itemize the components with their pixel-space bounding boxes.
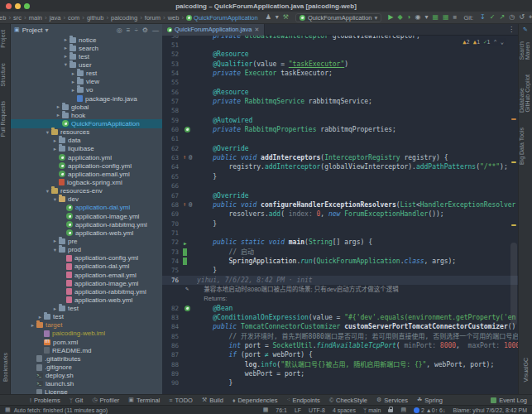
rollback-icon[interactable]: ↺ xyxy=(519,14,525,21)
breadcrumb-item[interactable]: paicoding-web xyxy=(0,14,7,22)
chevron-right-icon[interactable]: ▸ xyxy=(51,238,59,244)
tree-item-target[interactable]: ▸target xyxy=(11,321,162,330)
breadcrumb[interactable]: paicoding-web›src›main›java›com›github›p… xyxy=(0,14,259,22)
status-item[interactable]: ▤ xyxy=(400,407,406,413)
chevron-right-icon[interactable]: ▸ xyxy=(55,112,62,118)
tree-item-application-image-yml[interactable]: application-image.yml xyxy=(11,212,162,220)
run-icon[interactable]: ▶ xyxy=(388,14,393,21)
tree-item-application-config-yml[interactable]: application-config.yml xyxy=(11,161,162,170)
tree-item-readme-md[interactable]: README.md xyxy=(11,346,162,354)
debug-icon[interactable]: ◆ xyxy=(397,14,402,21)
tree-item-application-dal-yml[interactable]: application-dal.yml xyxy=(11,204,162,212)
profiler-icon[interactable]: ◉ xyxy=(415,14,420,21)
code-line-66[interactable]: 66 xyxy=(162,181,518,190)
tree-item-test[interactable]: ▸test xyxy=(11,52,162,60)
code-line-62[interactable]: 62 @Override xyxy=(162,144,518,153)
code-line-65[interactable]: 65 } xyxy=(162,172,518,181)
sidebar-item-structure[interactable]: Structure xyxy=(0,57,6,92)
tree-item-application-rabbitmq-yml[interactable]: application-rabbitmq.yml xyxy=(11,287,162,296)
sidebar-item-database[interactable]: Database xyxy=(519,82,525,118)
locate-icon[interactable]: ⌖ xyxy=(529,14,532,21)
sidebar-item-bookmarks[interactable]: Bookmarks xyxy=(2,347,8,388)
toolwindow-button-terminal[interactable]: ▣Terminal xyxy=(128,397,160,404)
chevron-right-icon[interactable]: ▸ xyxy=(55,104,62,110)
breadcrumb-item[interactable]: github xyxy=(86,14,104,22)
breadcrumb-item[interactable]: QuickForumApplication xyxy=(185,14,259,22)
event-log-button[interactable]: Event Log xyxy=(491,397,532,404)
sidebar-item-visualgc[interactable]: VisualGC xyxy=(523,352,529,388)
tree-item-application-email-yml[interactable]: application-email.yml xyxy=(11,271,162,279)
tree-item-test[interactable]: ▸test xyxy=(11,305,162,313)
status-item[interactable]: ▦ xyxy=(263,407,269,413)
code-line-85[interactable]: 85 // 开发环境时, 首先判断8080端口是否可用; 若可用则直接使用, 否… xyxy=(162,332,518,341)
chevron-right-icon[interactable]: ▸ xyxy=(29,322,36,329)
code-line-58[interactable]: 58 xyxy=(162,106,518,115)
breadcrumb-item[interactable]: paicoding xyxy=(110,14,138,22)
code-line-67[interactable]: 67 @Override xyxy=(162,191,518,200)
tree-item--gitignore[interactable]: .gitignore xyxy=(11,363,162,371)
status-item-main[interactable]: ᛘmain xyxy=(363,407,381,413)
prev-problem-icon[interactable]: ⌃ xyxy=(494,39,497,46)
tab-options-icon[interactable]: ⋮ xyxy=(508,26,518,33)
next-problem-icon[interactable]: ⌄ xyxy=(501,39,504,46)
chevron-right-icon[interactable]: ▸ xyxy=(51,137,59,144)
status-item-4-spaces[interactable]: 4 spaces xyxy=(333,407,356,413)
spring-bean-icon[interactable] xyxy=(185,127,190,132)
tree-item-application-rabbitmq-yml[interactable]: application-rabbitmq.yml xyxy=(11,220,162,229)
tree-item-rest[interactable]: ▸rest xyxy=(11,70,162,78)
tree-item-license[interactable]: License xyxy=(11,388,162,394)
code-line-55[interactable]: 55 xyxy=(162,78,518,87)
code-line-64[interactable]: 64 registry.addInterceptor(globalViewInt… xyxy=(162,162,518,171)
tree-item-user[interactable]: ▾user xyxy=(11,60,162,69)
tree-item-application-image-yml[interactable]: application-image.yml xyxy=(11,279,162,287)
breadcrumb-item[interactable]: forum xyxy=(144,14,161,22)
breadcrumb-item[interactable]: main xyxy=(28,14,43,22)
toolbar-left-icons[interactable]: ♟▾⚒ xyxy=(266,14,289,21)
tree-item--gitattributes[interactable]: .gitattributes xyxy=(11,354,162,363)
tree-item-pom-xml[interactable]: pom.xml xyxy=(11,338,162,346)
tree-item-quickforumapplication[interactable]: QuickForumApplication xyxy=(11,119,162,128)
tree-item-pre[interactable]: ▸pre xyxy=(11,237,162,245)
status-item[interactable] xyxy=(388,407,393,412)
chevron-down-icon[interactable]: ▾ xyxy=(62,61,69,68)
commit-icon[interactable]: ✓ xyxy=(490,14,496,21)
code-line-56[interactable]: 56 @Resource xyxy=(162,88,518,97)
tree-item-search[interactable]: ▸search xyxy=(11,44,162,52)
spring-bean-icon[interactable] xyxy=(185,306,190,311)
code-line-82[interactable]: 82 @Bean xyxy=(162,304,518,313)
tree-item-liquibase[interactable]: ▸liquibase xyxy=(11,145,162,153)
profile-icon[interactable]: ♟ xyxy=(266,14,271,21)
toolbar-git-icons[interactable]: ↧✓↗◷↺⌖ xyxy=(480,14,532,21)
chevron-right-icon[interactable]: ▸ xyxy=(69,70,77,77)
chevron-right-icon[interactable]: ▸ xyxy=(62,53,69,60)
breadcrumb-item[interactable]: web xyxy=(167,14,180,22)
editor-scrollbar[interactable] xyxy=(510,243,517,325)
toolwindow-button-services[interactable]: ⚙Services xyxy=(376,397,408,404)
toolwindow-switcher-icon[interactable]: ▦ xyxy=(5,407,11,413)
code-line-57[interactable]: 57 private RabbitmqService rabbitmqServi… xyxy=(162,97,518,106)
stop-icon[interactable]: ■ xyxy=(453,14,458,21)
code-line-74[interactable]: 74 SpringApplication.run(QuickForumAppli… xyxy=(162,257,518,266)
profiler-caret-icon[interactable]: ▾ xyxy=(424,14,428,21)
code-line-54[interactable]: 54 private Executor taskExecutor; xyxy=(162,69,518,78)
tree-item-data[interactable]: ▸data xyxy=(11,137,162,145)
tree-item-hook[interactable]: ▸hook xyxy=(11,111,162,119)
tree-item-resources[interactable]: ▾resources xyxy=(11,128,162,137)
code-line-70[interactable]: 70 } xyxy=(162,219,518,229)
code-line-75[interactable]: 75 } xyxy=(162,266,518,275)
tree-item-paicoding-web-iml[interactable]: paicoding-web.iml xyxy=(11,330,162,338)
tree-item-application-yml[interactable]: application.yml xyxy=(11,153,162,161)
overrides-icon[interactable]: ↑ xyxy=(183,153,186,162)
tree-item-test[interactable]: ▸test xyxy=(11,313,162,321)
close-tab-icon[interactable]: ✕ xyxy=(254,26,259,33)
chevron-right-icon[interactable]: ▸ xyxy=(36,314,44,320)
tree-item-deploy-sh[interactable]: deploy.sh xyxy=(11,372,162,380)
panel-header-icon[interactable]: ≡ xyxy=(127,26,131,34)
attach2-icon[interactable]: ▦ xyxy=(443,14,449,21)
tree-item-application-web-yml[interactable]: application-web.yml xyxy=(11,229,162,237)
toolwindow-button-git[interactable]: ᛘGit xyxy=(69,397,84,404)
breadcrumb-item[interactable]: src xyxy=(12,14,22,22)
code-line-84[interactable]: 84 public TomcatConnectorCustomizer cust… xyxy=(162,322,518,331)
chevron-right-icon[interactable]: ▸ xyxy=(51,306,59,312)
status-item-lf[interactable]: LF xyxy=(295,407,301,413)
